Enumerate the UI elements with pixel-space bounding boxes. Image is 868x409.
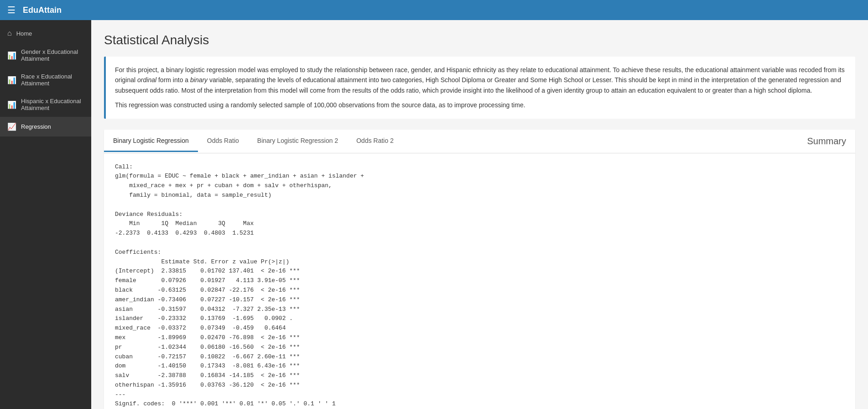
layout: ⌂Home📊Gender x Educational Attainment📊Ra… [0,20,868,409]
sidebar-item-gender[interactable]: 📊Gender x Educational Attainment [0,43,91,68]
info-paragraph-2: This regression was constructed using a … [115,100,846,110]
sidebar-icon-hispanic: 📊 [7,100,16,109]
sidebar-label-hispanic: Hispanic x Educational Attainment [21,98,84,111]
sidebar-label-regression: Regression [21,123,51,130]
sidebar-icon-home: ⌂ [7,29,12,37]
tab-odds-ratio[interactable]: Odds Ratio [198,131,248,152]
sidebar-item-hispanic[interactable]: 📊Hispanic x Educational Attainment [0,92,91,117]
page-title: Statistical Analysis [104,33,855,47]
sidebar-icon-gender: 📊 [7,51,16,60]
tab-binary-logistic[interactable]: Binary Logistic Regression [104,131,198,152]
sidebar-item-regression[interactable]: 📈Regression [0,117,91,136]
tabs-panel: Binary Logistic RegressionOdds RatioBina… [104,130,855,409]
tab-binary-logistic-2[interactable]: Binary Logistic Regression 2 [248,131,347,152]
tab-odds-ratio-2[interactable]: Odds Ratio 2 [347,131,403,152]
tabs-header: Binary Logistic RegressionOdds RatioBina… [104,130,855,153]
sidebar-label-race: Race x Educational Attainment [21,73,84,87]
sidebar-icon-regression: 📈 [7,122,16,131]
sidebar: ⌂Home📊Gender x Educational Attainment📊Ra… [0,20,91,409]
info-paragraph-1: For this project, a binary logistic regr… [115,65,846,95]
tab-content: Call: glm(formula = EDUC ~ female + blac… [104,153,855,409]
sidebar-label-gender: Gender x Educational Attainment [21,48,84,62]
sidebar-label-home: Home [16,30,32,37]
sidebar-item-home[interactable]: ⌂Home [0,24,91,43]
topnav: ☰ EduAttain [0,0,868,20]
app-title: EduAttain [23,5,62,15]
hamburger-icon[interactable]: ☰ [7,5,16,16]
main-content: Statistical Analysis For this project, a… [91,20,868,409]
sidebar-icon-race: 📊 [7,76,16,84]
code-block: Call: glm(formula = EDUC ~ female + blac… [115,163,844,409]
summary-label: Summary [798,130,855,153]
info-card: For this project, a binary logistic regr… [104,57,855,119]
sidebar-item-race[interactable]: 📊Race x Educational Attainment [0,68,91,92]
